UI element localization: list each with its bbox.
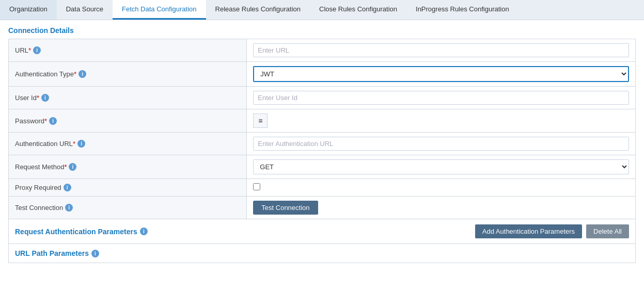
url-path-title: URL Path Parameters i	[15, 249, 629, 257]
required-marker-password: *	[44, 117, 47, 125]
form-row-test-connection: Test ConnectioniTest Connection	[9, 197, 636, 219]
label-url: URL*i	[15, 46, 240, 54]
label-text-password: Password*	[15, 117, 47, 125]
section-title-text: Connection Details	[8, 26, 74, 35]
tab-bar: OrganizationData SourceFetch Data Config…	[0, 0, 644, 20]
input-url[interactable]	[253, 43, 629, 57]
tab-fetch-data[interactable]: Fetch Data Configuration	[113, 0, 206, 20]
form-row-password: Password*i≡	[9, 109, 636, 133]
tab-inprogress-rules[interactable]: InProgress Rules Configuration	[406, 0, 519, 20]
info-icon-proxy-required[interactable]: i	[64, 184, 71, 191]
label-text-request-method: Request Method*	[15, 163, 67, 171]
tab-close-rules[interactable]: Close Rules Configuration	[310, 0, 406, 20]
form-row-request-method: Request Method*iGETPOSTPUTDELETE	[9, 155, 636, 179]
info-icon-auth-url[interactable]: i	[77, 140, 85, 148]
label-auth-url: Authentication URL*i	[15, 140, 240, 148]
value-cell-auth-url	[247, 133, 636, 155]
form-row-auth-type: Authentication Type*iJWTBasicOAuthNone	[9, 62, 636, 87]
label-request-method: Request Method*i	[15, 163, 240, 171]
label-text-auth-type: Authentication Type*	[15, 70, 76, 78]
url-path-info-icon[interactable]: i	[91, 250, 99, 257]
request-auth-section: Request Authentication Parameters i Add …	[8, 219, 636, 244]
tab-data-source[interactable]: Data Source	[57, 0, 113, 20]
info-icon-url[interactable]: i	[33, 46, 41, 54]
test-connection-button[interactable]: Test Connection	[253, 201, 318, 215]
label-text-test-connection: Test Connection	[15, 204, 63, 212]
request-auth-buttons: Add Authentication Parameters Delete All	[475, 224, 629, 238]
url-path-title-text: URL Path Parameters	[15, 249, 89, 257]
form-row-proxy-required: Proxy Requiredi	[9, 179, 636, 197]
info-icon-request-method[interactable]: i	[69, 163, 76, 171]
value-cell-url	[247, 39, 636, 62]
label-auth-type: Authentication Type*i	[15, 70, 240, 78]
info-icon-password[interactable]: i	[49, 117, 57, 125]
info-icon-user-id[interactable]: i	[41, 94, 49, 102]
request-auth-title-text: Request Authentication Parameters	[15, 228, 137, 236]
label-user-id: User Id*i	[15, 94, 240, 102]
info-icon-test-connection[interactable]: i	[65, 204, 73, 212]
delete-all-button[interactable]: Delete All	[586, 224, 629, 238]
tab-organization[interactable]: Organization	[0, 0, 57, 20]
required-marker-auth-type: *	[74, 70, 76, 78]
value-cell-proxy-required	[247, 179, 636, 197]
connection-details-title: Connection Details	[8, 26, 636, 35]
request-auth-title: Request Authentication Parameters i	[15, 228, 148, 236]
label-proxy-required: Proxy Requiredi	[15, 184, 240, 191]
tab-release-rules[interactable]: Release Rules Configuration	[206, 0, 310, 20]
required-marker-url: *	[28, 46, 31, 54]
url-path-section: URL Path Parameters i	[8, 244, 636, 263]
request-auth-info-icon[interactable]: i	[140, 228, 148, 235]
checkbox-proxy-required[interactable]	[253, 183, 260, 190]
password-icon-button[interactable]: ≡	[253, 113, 268, 128]
label-text-user-id: User Id*	[15, 94, 39, 102]
label-test-connection: Test Connectioni	[15, 204, 240, 212]
main-content: Connection Details URL*iAuthentication T…	[0, 20, 644, 269]
select-auth-type[interactable]: JWTBasicOAuthNone	[253, 66, 629, 82]
label-text-proxy-required: Proxy Required	[15, 184, 61, 191]
label-text-auth-url: Authentication URL*	[15, 140, 75, 148]
label-password: Password*i	[15, 117, 240, 125]
form-row-auth-url: Authentication URL*i	[9, 133, 636, 155]
value-cell-password: ≡	[247, 109, 636, 133]
label-text-url: URL*	[15, 46, 31, 54]
value-cell-user-id	[247, 87, 636, 109]
input-user-id[interactable]	[253, 91, 629, 105]
value-cell-test-connection: Test Connection	[247, 197, 636, 219]
required-marker-auth-url: *	[73, 140, 75, 148]
connection-form-table: URL*iAuthentication Type*iJWTBasicOAuthN…	[8, 39, 636, 219]
value-cell-auth-type: JWTBasicOAuthNone	[247, 62, 636, 87]
required-marker-user-id: *	[37, 94, 39, 102]
required-marker-request-method: *	[64, 163, 67, 171]
input-auth-url[interactable]	[253, 137, 629, 151]
value-cell-request-method: GETPOSTPUTDELETE	[247, 155, 636, 179]
form-row-url: URL*i	[9, 39, 636, 62]
add-auth-params-button[interactable]: Add Authentication Parameters	[475, 224, 582, 238]
info-icon-auth-type[interactable]: i	[78, 70, 86, 78]
form-row-user-id: User Id*i	[9, 87, 636, 109]
select-request-method[interactable]: GETPOSTPUTDELETE	[253, 159, 629, 174]
